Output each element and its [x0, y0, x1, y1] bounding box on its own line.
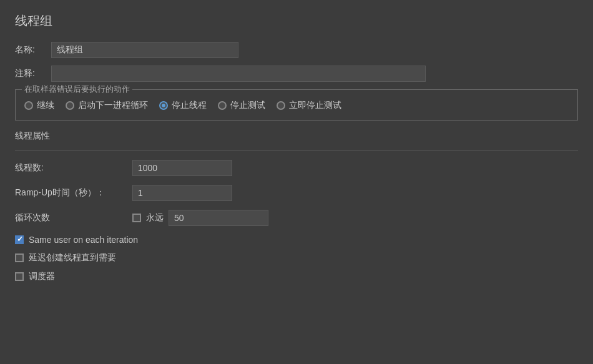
radio-item-stop-test-now[interactable]: 立即停止测试: [277, 100, 341, 111]
radio-stop-test-now-label: 立即停止测试: [289, 100, 341, 111]
delay-checkbox[interactable]: [15, 253, 24, 262]
divider-1: [15, 150, 578, 151]
thread-count-input[interactable]: [132, 160, 232, 176]
same-user-row: Same user on each iteration: [15, 235, 578, 245]
radio-stop-test[interactable]: [218, 101, 227, 110]
thread-props-title: 线程属性: [15, 130, 578, 142]
rampup-label: Ramp-Up时间（秒）：: [15, 187, 127, 199]
page-title: 线程组: [15, 12, 578, 29]
error-radio-group: 继续 启动下一进程循环 停止线程 停止测试 立即停止测试: [24, 100, 569, 111]
forever-label: 永远: [146, 212, 164, 224]
same-user-label: Same user on each iteration: [29, 235, 138, 245]
forever-checkbox[interactable]: [132, 214, 141, 222]
thread-props-section: 线程属性 线程数: Ramp-Up时间（秒）： 循环次数 永远 Same use…: [15, 130, 578, 282]
loop-count-row: 循环次数 永远: [15, 210, 578, 226]
rampup-row: Ramp-Up时间（秒）：: [15, 185, 578, 201]
error-action-section: 在取样器错误后要执行的动作 继续 启动下一进程循环 停止线程 停止测试 立即停止…: [15, 89, 578, 121]
radio-item-stop-thread[interactable]: 停止线程: [159, 100, 207, 111]
name-input[interactable]: [51, 42, 238, 58]
thread-count-row: 线程数:: [15, 160, 578, 176]
radio-continue-label: 继续: [37, 100, 54, 111]
scheduler-row: 调度器: [15, 271, 578, 282]
scheduler-checkbox[interactable]: [15, 272, 24, 281]
delay-label: 延迟创建线程直到需要: [29, 252, 116, 263]
name-row: 名称:: [15, 42, 578, 58]
radio-stop-test-now[interactable]: [277, 101, 285, 110]
rampup-input[interactable]: [132, 185, 232, 201]
radio-next-loop-label: 启动下一进程循环: [78, 100, 148, 111]
same-user-checkbox[interactable]: [15, 235, 24, 244]
radio-item-next-loop[interactable]: 启动下一进程循环: [66, 100, 148, 111]
loop-count-label: 循环次数: [15, 212, 127, 224]
radio-item-continue[interactable]: 继续: [24, 100, 54, 111]
comment-label: 注释:: [15, 68, 46, 79]
radio-stop-test-label: 停止测试: [230, 100, 265, 111]
radio-continue[interactable]: [24, 101, 33, 110]
radio-item-stop-test[interactable]: 停止测试: [218, 100, 265, 111]
radio-stop-thread-label: 停止线程: [172, 100, 207, 111]
error-section-title: 在取样器错误后要执行的动作: [22, 84, 132, 95]
name-label: 名称:: [15, 44, 46, 56]
comment-row: 注释:: [15, 66, 578, 82]
loop-count-input[interactable]: [169, 210, 268, 226]
scheduler-label: 调度器: [29, 271, 55, 282]
radio-stop-thread[interactable]: [159, 101, 168, 110]
radio-next-loop[interactable]: [66, 101, 74, 110]
thread-count-label: 线程数:: [15, 162, 127, 174]
comment-input[interactable]: [51, 66, 426, 82]
delay-row: 延迟创建线程直到需要: [15, 252, 578, 263]
loop-inline-group: 永远: [132, 210, 268, 226]
